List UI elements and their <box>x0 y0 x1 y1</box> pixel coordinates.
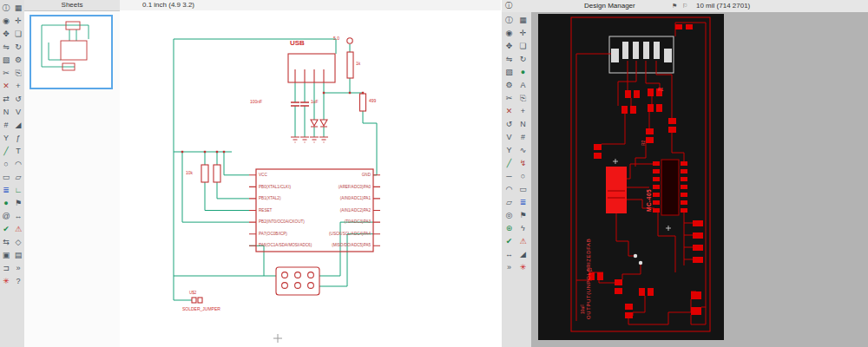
mirror-icon[interactable]: ⇋ <box>1 42 11 52</box>
ic-pin-label: (T0/ADC3)PA3 <box>281 216 371 228</box>
mark-icon[interactable]: ✛ <box>13 16 23 26</box>
pin-icon[interactable]: ⚐ <box>682 0 687 12</box>
copy-icon[interactable]: ❏ <box>13 29 23 39</box>
help-icon[interactable]: ? <box>13 276 23 286</box>
bus-icon[interactable]: ≣ <box>1 185 11 195</box>
dimension-icon[interactable]: ↔ <box>13 211 23 221</box>
miter-icon[interactable]: ◢ <box>518 249 529 259</box>
optimize-icon[interactable]: ∿ <box>518 145 529 155</box>
pin-icon[interactable]: ⚑ <box>672 0 677 12</box>
display-icon[interactable]: ◉ <box>504 28 515 38</box>
group-icon[interactable]: ▧ <box>1 55 11 65</box>
ripup-icon[interactable]: ↯ <box>518 158 529 168</box>
drc-icon[interactable]: ✔ <box>504 236 515 246</box>
mirror-icon[interactable]: ⇋ <box>504 54 515 64</box>
pinswap-icon[interactable]: ⇄ <box>1 94 11 104</box>
move-icon[interactable]: ✥ <box>504 41 515 51</box>
zener-diode-symbol <box>311 120 318 127</box>
name-icon[interactable]: N <box>1 107 11 117</box>
split-icon[interactable]: Y <box>504 145 515 155</box>
delete-icon[interactable]: ✕ <box>1 81 11 91</box>
invoke-icon[interactable]: ƒ <box>13 133 23 143</box>
errors-icon[interactable]: ⚠ <box>518 236 529 246</box>
label-icon[interactable]: ⚑ <box>518 210 529 220</box>
sheet-thumbnail[interactable] <box>30 15 113 89</box>
info-icon[interactable]: ⓘ <box>505 0 512 12</box>
rotate-icon[interactable]: ↻ <box>13 42 23 52</box>
miter-icon[interactable]: ◢ <box>13 120 23 130</box>
script-icon[interactable]: » <box>13 263 23 273</box>
circle-icon[interactable]: ○ <box>518 171 529 181</box>
text-icon[interactable]: T <box>13 146 23 156</box>
board-canvas[interactable]: MC-405 OUTPUT(UNPOLARIZEDFAB R1 R2 C1 10… <box>531 12 868 347</box>
markers-icon[interactable]: ◇ <box>13 237 23 247</box>
port-icon[interactable]: ⊐ <box>1 263 11 273</box>
attribute-icon[interactable]: @ <box>1 211 11 221</box>
rect-icon[interactable]: ▭ <box>1 172 11 182</box>
paste-icon[interactable]: ⎘ <box>518 93 529 103</box>
polygon-icon[interactable]: ▱ <box>504 197 515 207</box>
change-icon[interactable]: ⚙ <box>13 55 23 65</box>
grid-icon[interactable]: ▦ <box>518 15 529 25</box>
paste-icon[interactable]: ⎘ <box>13 68 23 78</box>
wire-icon[interactable]: ─ <box>504 171 515 181</box>
cut-icon[interactable]: ✂ <box>504 93 515 103</box>
board-viewport[interactable]: MC-405 OUTPUT(UNPOLARIZEDFAB R1 R2 C1 10… <box>538 14 724 340</box>
add-icon[interactable]: + <box>518 106 529 116</box>
auto-icon[interactable]: ϟ <box>518 223 529 233</box>
replace-icon[interactable]: ↺ <box>504 119 515 129</box>
errors-icon[interactable]: ⚠ <box>13 224 23 234</box>
value-icon[interactable]: V <box>504 132 515 142</box>
split-icon[interactable]: Y <box>1 133 11 143</box>
arc-icon[interactable]: ◠ <box>504 184 515 194</box>
info-icon[interactable]: ⓘ <box>504 15 515 25</box>
copy-icon[interactable]: ❏ <box>518 41 529 51</box>
stop-icon[interactable]: ✳ <box>1 276 11 286</box>
cut-icon[interactable]: ✂ <box>1 68 11 78</box>
group-icon[interactable]: ▧ <box>504 67 515 77</box>
script-icon[interactable]: » <box>504 262 515 272</box>
mark-icon[interactable]: ✛ <box>518 28 529 38</box>
route-icon[interactable]: ╱ <box>504 158 515 168</box>
circle-icon[interactable]: ○ <box>1 159 11 169</box>
dimension-icon[interactable]: ↔ <box>504 249 515 259</box>
grid-icon[interactable]: ▦ <box>13 3 23 13</box>
junction-dots <box>181 92 364 153</box>
hole-icon[interactable]: ◎ <box>504 210 515 220</box>
display-icon[interactable]: ◉ <box>1 16 11 26</box>
smash-icon[interactable]: # <box>1 120 11 130</box>
gateswap-icon[interactable]: ⇆ <box>1 237 11 247</box>
gnd-symbol <box>300 137 309 142</box>
stop-icon[interactable]: ✳ <box>518 262 529 272</box>
rect-icon[interactable]: ▭ <box>518 184 529 194</box>
wire-icon[interactable]: ╱ <box>1 146 11 156</box>
change-icon[interactable]: ⚙ <box>504 80 515 90</box>
polygon-icon[interactable]: ▱ <box>13 172 23 182</box>
name-icon[interactable]: N <box>518 119 529 129</box>
rotate-icon[interactable]: ↻ <box>518 54 529 64</box>
smash-icon[interactable]: # <box>518 132 529 142</box>
erc-icon[interactable]: ✔ <box>1 224 11 234</box>
value-icon[interactable]: V <box>13 107 23 117</box>
module-icon[interactable]: ▤ <box>13 250 23 260</box>
arc-icon[interactable]: ◠ <box>13 159 23 169</box>
replace-icon[interactable]: ↺ <box>13 94 23 104</box>
frame-icon[interactable]: ▣ <box>1 250 11 260</box>
schematic-canvas[interactable]: USB 5.0 1k 499 100nF 1uF 10k U$2 SOLDER_… <box>120 10 501 347</box>
schematic-toolbar: ⓘ ▦ ◉ ✛ ✥ ❏ ⇋ ↻ ▧ ⚙ ✂ ⎘ ✕ + ⇄ ↺ <box>0 0 25 347</box>
capacitor-value-label: 1uF <box>311 99 319 104</box>
junction-icon[interactable]: ● <box>1 198 11 208</box>
signal-icon[interactable]: ≣ <box>518 197 529 207</box>
part-ref-label: C1 <box>587 267 592 272</box>
net-icon[interactable]: ∟ <box>13 185 23 195</box>
schematic-editor-pane: ⓘ ▦ ◉ ✛ ✥ ❏ ⇋ ↻ ▧ ⚙ ✂ ⎘ ✕ + ⇄ ↺ <box>0 0 501 347</box>
add-icon[interactable]: + <box>13 81 23 91</box>
move-icon[interactable]: ✥ <box>1 29 11 39</box>
label-icon[interactable]: ⚑ <box>13 198 23 208</box>
ratsnest-icon[interactable]: ⊛ <box>504 223 515 233</box>
info-icon[interactable]: ⓘ <box>1 3 11 13</box>
text-icon[interactable]: A <box>518 80 529 90</box>
vias <box>634 254 642 265</box>
delete-icon[interactable]: ✕ <box>504 106 515 116</box>
via-icon[interactable]: ● <box>518 67 529 77</box>
